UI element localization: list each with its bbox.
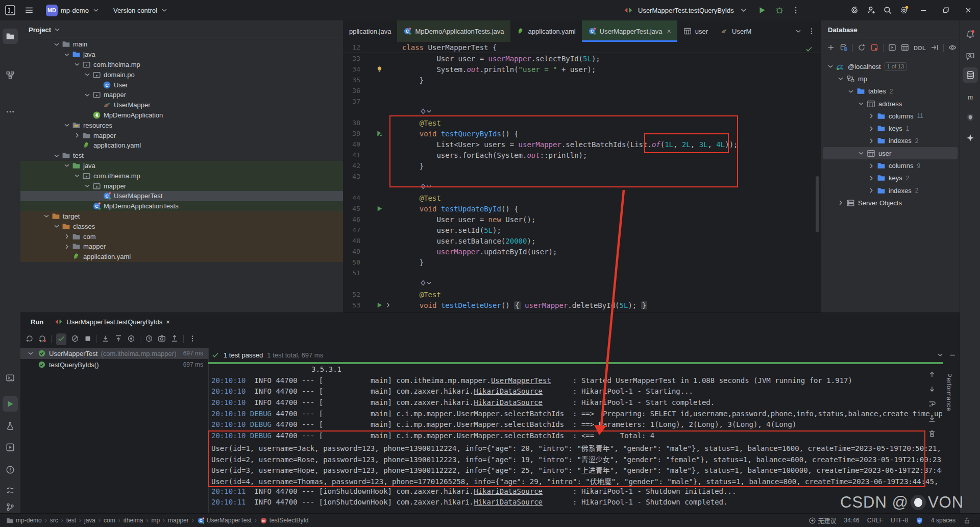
project-tree-item-UserMapperTest[interactable]: CUserMapperTest: [20, 191, 343, 201]
run-tab[interactable]: UserMapperTest.testQueryByIds ×: [51, 313, 174, 330]
run-toolbar-moreV[interactable]: [188, 334, 197, 344]
project-tree-item-application.yaml[interactable]: application.yaml: [20, 140, 343, 151]
db-toolbar-table[interactable]: [901, 43, 909, 53]
tree-expanded-arrow-icon[interactable]: [52, 40, 61, 49]
toolwindow-button-structure[interactable]: [3, 67, 18, 83]
db-tree-item-indexes[interactable]: indexes2: [823, 184, 958, 197]
editor-scrollbar[interactable]: [816, 176, 819, 232]
project-tree-item-mapper[interactable]: mapper: [20, 130, 343, 140]
vcs-widget[interactable]: Version control: [113, 6, 168, 14]
tree-expanded-arrow-icon[interactable]: [62, 161, 71, 170]
db-tree-item-keys[interactable]: keys2: [823, 172, 958, 184]
editor-tab-UserMapperTest.java[interactable]: CUserMapperTest.java×: [582, 20, 677, 42]
run-toolbar-collapseAll[interactable]: [114, 334, 122, 344]
db-toolbar-dbGear[interactable]: [840, 43, 848, 53]
toolwindow-button-runT[interactable]: [3, 396, 18, 412]
tree-collapsed-arrow-icon[interactable]: [867, 112, 876, 120]
tree-expanded-arrow-icon[interactable]: [826, 62, 835, 70]
tree-collapsed-arrow-icon[interactable]: [867, 174, 876, 182]
main-menu-button[interactable]: [24, 6, 34, 15]
toolwindow-button-terminal[interactable]: [3, 370, 18, 386]
maximize-button[interactable]: [938, 0, 953, 20]
breadcrumb-item-com[interactable]: com: [104, 517, 115, 524]
inlay-hint-icon[interactable]: [420, 279, 435, 286]
db-tree-item-columns[interactable]: columns11: [823, 110, 958, 122]
run-toolbar-rerun[interactable]: [26, 334, 34, 344]
toolwindow-button-todo[interactable]: [3, 483, 18, 498]
minimize-button[interactable]: [916, 0, 931, 20]
close-icon[interactable]: ×: [166, 318, 170, 326]
tree-expanded-arrow-icon[interactable]: [62, 121, 71, 129]
db-tree-item-Server Objects[interactable]: Server Objects: [823, 197, 958, 209]
toolwindow-button-shieldD[interactable]: [963, 110, 978, 125]
status-widget-4 spaces[interactable]: 4 spaces: [931, 517, 955, 524]
inlay-hint-icon[interactable]: [420, 108, 435, 114]
run-config-selector[interactable]: UserMapperTest.testQueryByIds: [638, 7, 734, 14]
tree-expanded-arrow-icon[interactable]: [836, 75, 845, 83]
console-scrollEnd[interactable]: [928, 415, 936, 424]
run-toolbar-stopSq[interactable]: [84, 334, 92, 344]
run-toolbar-target[interactable]: [127, 334, 135, 344]
chevR-icon[interactable]: [384, 301, 392, 309]
editor-tab-user[interactable]: user: [677, 20, 714, 42]
tree-collapsed-arrow-icon[interactable]: [72, 131, 82, 139]
status-widget[interactable]: [916, 517, 923, 524]
db-toolbar-playBox[interactable]: [888, 43, 896, 53]
breadcrumb-item-test[interactable]: test: [66, 517, 76, 524]
tree-collapsed-arrow-icon[interactable]: [867, 137, 876, 145]
more-actions-button[interactable]: [791, 6, 800, 15]
tree-expanded-arrow-icon[interactable]: [72, 172, 82, 180]
ddl-button[interactable]: DDL: [914, 45, 926, 51]
console-downA[interactable]: [928, 385, 936, 395]
tree-collapsed-arrow-icon[interactable]: [62, 243, 71, 251]
close-icon[interactable]: ×: [667, 27, 671, 35]
run-toolbar-export[interactable]: [170, 334, 179, 344]
project-tree-item-test[interactable]: test: [20, 151, 343, 161]
hide-icon[interactable]: [948, 351, 957, 359]
moreV-icon[interactable]: [807, 27, 816, 35]
status-widget-34:46[interactable]: 34:46: [844, 517, 860, 524]
breadcrumb-item-mapper[interactable]: mapper: [168, 517, 189, 524]
runT-icon[interactable]: [376, 301, 383, 309]
debug-button[interactable]: [775, 6, 784, 15]
project-tree-item-MpDemoApplication[interactable]: MpDemoApplication: [20, 110, 343, 121]
settings-icon[interactable]: [899, 6, 909, 15]
editor-tab-UserM[interactable]: UserM: [714, 20, 757, 42]
status-widget-UTF-8[interactable]: UTF-8: [891, 517, 908, 524]
tree-collapsed-arrow-icon[interactable]: [867, 125, 876, 133]
db-toolbar-refresh[interactable]: [857, 43, 866, 53]
status-widget-无建议[interactable]: 无建议: [808, 516, 837, 525]
toolwindow-button-dotsH[interactable]: [3, 104, 18, 119]
toolwindow-button-maven[interactable]: m: [963, 89, 978, 105]
runPass-icon[interactable]: [376, 130, 383, 137]
chevron-down-icon[interactable]: [936, 351, 944, 359]
run-console[interactable]: 3.5.3.120:10:10 INFO 44700 --- [ main] c…: [211, 365, 942, 513]
tree-expanded-arrow-icon[interactable]: [846, 87, 855, 95]
tree-expanded-arrow-icon[interactable]: [27, 349, 35, 357]
run-toolbar-expandAll[interactable]: [102, 334, 110, 344]
tree-expanded-arrow-icon[interactable]: [856, 100, 866, 108]
performance-tab[interactable]: Performance: [945, 373, 952, 411]
run-toolbar-rerunFail[interactable]: [38, 334, 46, 344]
project-tree-item-target[interactable]: target: [20, 211, 343, 222]
db-tree-item-@localhost[interactable]: @localhost1 of 13: [823, 60, 958, 73]
breadcrumb-item-mp[interactable]: mp: [151, 517, 160, 524]
status-widget[interactable]: [963, 517, 971, 524]
tree-expanded-arrow-icon[interactable]: [42, 212, 51, 220]
breadcrumb-item-itheima[interactable]: itheima: [124, 517, 143, 524]
code-with-me-icon[interactable]: [867, 6, 876, 15]
tree-collapsed-arrow-icon[interactable]: [836, 199, 845, 207]
project-tree-item-MpDemoApplicationTests[interactable]: CMpDemoApplicationTests: [20, 201, 343, 211]
tree-expanded-arrow-icon[interactable]: [83, 70, 92, 79]
db-tree-item-user[interactable]: user: [823, 147, 958, 159]
toolwindow-button-bell[interactable]: [963, 27, 978, 42]
run-toolbar-ban[interactable]: [71, 334, 79, 344]
breadcrumb-item-mp-demo[interactable]: mp-demo: [6, 517, 42, 524]
inlay-hint-icon[interactable]: [420, 183, 435, 189]
project-tree-item-UserMapper[interactable]: UserMapper: [20, 100, 343, 110]
console-wrap[interactable]: [928, 400, 936, 410]
project-tree-item-mapper[interactable]: mapper: [20, 90, 343, 100]
tree-expanded-arrow-icon[interactable]: [83, 91, 92, 99]
chevD-icon[interactable]: [794, 27, 802, 35]
breadcrumb-item-java[interactable]: java: [84, 517, 95, 524]
